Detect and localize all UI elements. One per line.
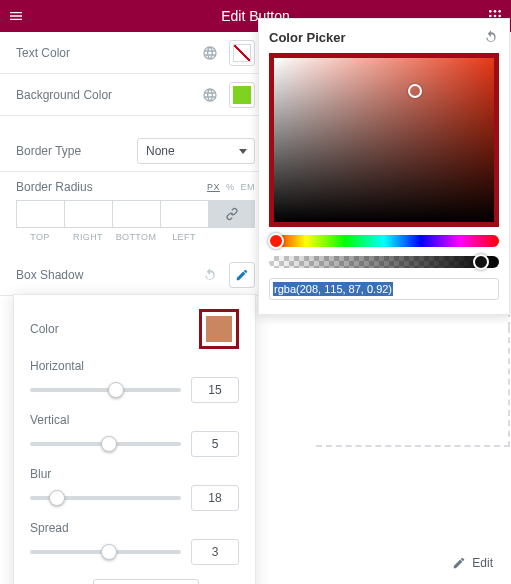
box-shadow-edit-button[interactable] [229,262,255,288]
bs-horizontal-slider[interactable] [30,380,181,400]
background-color-label: Background Color [16,88,112,102]
slider-thumb[interactable] [108,382,124,398]
text-color-label: Text Color [16,46,70,60]
bs-spread-label: Spread [30,521,239,535]
box-shadow-popup: Color Horizontal Vertical Blur [13,294,256,584]
color-picker-panel: Color Picker rgba(208, 115, 87, 0.92) [258,18,510,315]
bs-spread-slider[interactable] [30,542,181,562]
alpha-slider[interactable] [269,256,499,268]
no-color-icon [233,44,251,62]
border-type-row: Border Type [0,130,271,172]
background-color-row: Background Color [0,74,271,116]
radius-right-input[interactable] [64,200,112,228]
bs-blur-input[interactable] [191,485,239,511]
svg-point-3 [489,15,492,18]
bs-position-select-wrap [93,579,199,584]
hue-slider[interactable] [269,235,499,247]
svg-point-5 [498,15,501,18]
color-field[interactable] [269,53,499,227]
menu-icon[interactable] [8,8,24,24]
bs-color-preview [206,316,232,342]
svg-point-0 [489,10,492,13]
svg-point-2 [498,10,501,13]
box-shadow-row: Box Shadow [0,254,271,296]
background-color-swatch[interactable] [229,82,255,108]
unit-px[interactable]: PX [207,182,220,192]
side-label-left: LEFT [160,232,208,242]
bs-blur-label: Blur [30,467,239,481]
slider-thumb[interactable] [49,490,65,506]
unit-em[interactable]: EM [241,182,256,192]
bs-color-swatch[interactable] [199,309,239,349]
bs-vertical-input[interactable] [191,431,239,457]
unit-percent[interactable]: % [226,182,235,192]
hue-knob[interactable] [268,233,284,249]
color-picker-title: Color Picker [269,30,346,45]
svg-point-1 [494,10,497,13]
side-label-right: RIGHT [64,232,112,242]
bs-spread-input[interactable] [191,539,239,565]
unit-switch: PX % EM [207,182,255,192]
style-panel: Text Color Background Color Border Type [0,32,271,296]
bs-horizontal-input[interactable] [191,377,239,403]
border-type-select[interactable] [137,138,255,164]
box-shadow-label: Box Shadow [16,268,83,282]
bs-vertical-label: Vertical [30,413,239,427]
svg-point-4 [494,15,497,18]
bs-position-select[interactable] [93,579,199,584]
radius-bottom-input[interactable] [112,200,160,228]
edit-link-label: Edit [472,556,493,570]
bs-blur-slider[interactable] [30,488,181,508]
border-radius-label: Border Radius [16,180,93,194]
color-swatch-green [233,86,251,104]
side-label-top: TOP [16,232,64,242]
radius-left-input[interactable] [160,200,208,228]
border-type-select-wrap [137,138,255,164]
border-type-label: Border Type [16,144,81,158]
radius-top-input[interactable] [16,200,64,228]
color-value-text: rgba(208, 115, 87, 0.92) [273,282,393,296]
bs-color-label: Color [30,322,59,336]
slider-thumb[interactable] [101,436,117,452]
text-color-row: Text Color [0,32,271,74]
globe-icon[interactable] [197,82,223,108]
reset-icon[interactable] [483,29,499,45]
text-color-swatch[interactable] [229,40,255,66]
color-value-input[interactable]: rgba(208, 115, 87, 0.92) [269,278,499,300]
pencil-icon [452,556,466,570]
border-radius-section: Border Radius PX % EM TOP RIGHT BOTTOM L… [0,172,271,254]
side-label-bottom: BOTTOM [112,232,160,242]
bs-vertical-slider[interactable] [30,434,181,454]
alpha-knob[interactable] [473,254,489,270]
slider-thumb[interactable] [101,544,117,560]
link-values-button[interactable] [208,200,255,228]
color-field-cursor[interactable] [408,84,422,98]
reset-icon[interactable] [197,262,223,288]
bs-horizontal-label: Horizontal [30,359,239,373]
edit-link[interactable]: Edit [452,556,493,570]
globe-icon[interactable] [197,40,223,66]
